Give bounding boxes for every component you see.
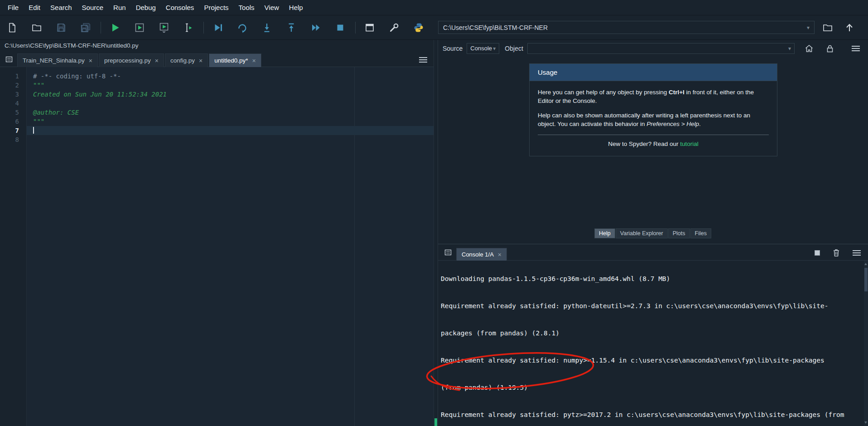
editor-tab-train-ner-sinhala[interactable]: Train_NER_Sinhala.py × xyxy=(17,53,98,67)
open-file-button[interactable] xyxy=(30,21,43,34)
menu-search[interactable]: Search xyxy=(45,4,77,11)
tab-label: untitled0.py* xyxy=(214,57,248,64)
run-selection-button[interactable] xyxy=(182,21,195,34)
close-icon[interactable]: × xyxy=(498,252,502,258)
run-icon xyxy=(110,22,121,33)
usage-paragraph-1: Here you can get help of any object by p… xyxy=(538,88,769,106)
open-folder-icon xyxy=(31,22,42,33)
console-tab-bar: Console 1/A × xyxy=(438,244,868,261)
code-line xyxy=(33,135,434,144)
debug-step-over-button[interactable] xyxy=(236,21,249,34)
console-line: packages (from pandas) (2.8.1) xyxy=(441,329,864,338)
menu-debug[interactable]: Debug xyxy=(131,4,161,11)
go-up-directory-button[interactable] xyxy=(843,21,856,34)
tools-button[interactable] xyxy=(387,21,401,34)
close-icon[interactable]: × xyxy=(199,58,203,64)
usage-footer: New to Spyder? Read our tutorial xyxy=(538,140,769,150)
editor-options-menu-icon[interactable] xyxy=(419,57,427,63)
menu-view[interactable]: View xyxy=(260,4,284,11)
pane-splitter[interactable] xyxy=(434,418,437,426)
help-lock-button[interactable] xyxy=(826,44,834,53)
code-line: """ xyxy=(33,117,434,126)
code-line: Created on Sun Jun 20 11:52:34 2021 xyxy=(33,90,434,99)
tab-help[interactable]: Help xyxy=(594,228,615,238)
step-into-icon xyxy=(261,22,272,33)
close-icon[interactable]: × xyxy=(252,58,256,64)
scrollbar-thumb[interactable] xyxy=(864,268,868,291)
menu-projects[interactable]: Projects xyxy=(199,4,233,11)
console-options-menu-icon[interactable] xyxy=(853,250,861,256)
python-path-button[interactable] xyxy=(412,21,425,34)
remove-console-button[interactable] xyxy=(832,248,840,257)
close-icon[interactable]: × xyxy=(89,58,92,64)
console-tab[interactable]: Console 1/A × xyxy=(456,248,507,261)
menu-consoles[interactable]: Consoles xyxy=(161,4,199,11)
debug-stop-button[interactable] xyxy=(333,21,347,34)
code-line: """ xyxy=(33,81,434,90)
browse-tabs-icon xyxy=(5,55,13,63)
menu-run[interactable]: Run xyxy=(108,4,131,11)
usage-card-title: Usage xyxy=(529,63,777,81)
scroll-down-icon[interactable] xyxy=(864,421,867,424)
wrench-icon xyxy=(389,22,400,33)
source-select[interactable]: Console ▾ xyxy=(467,43,499,54)
debug-file-button[interactable] xyxy=(211,21,225,34)
run-cell-button[interactable] xyxy=(133,21,146,34)
save-button[interactable] xyxy=(54,21,68,34)
code-editor[interactable]: 1 2 3 4 5 6 7 8 # -*- coding: utf-8 -*- … xyxy=(0,67,434,426)
usage-paragraph-2: Help can also be shown automatically aft… xyxy=(538,111,769,129)
debug-icon xyxy=(212,22,223,33)
maximize-pane-button[interactable] xyxy=(363,21,376,34)
menu-help[interactable]: Help xyxy=(284,4,308,11)
chevron-down-icon[interactable]: ▾ xyxy=(807,24,810,31)
interrupt-kernel-icon[interactable] xyxy=(815,250,820,256)
divider xyxy=(538,135,769,135)
new-file-icon xyxy=(7,22,18,33)
run-file-button[interactable] xyxy=(108,21,122,34)
menu-tools[interactable]: Tools xyxy=(234,4,260,11)
object-combobox[interactable]: ▾ xyxy=(527,43,795,54)
tab-files[interactable]: Files xyxy=(690,228,711,238)
browse-directory-button[interactable] xyxy=(821,21,834,34)
save-icon xyxy=(56,22,67,33)
stop-icon xyxy=(335,22,346,33)
menu-edit[interactable]: Edit xyxy=(24,4,45,11)
run-cell-advance-button[interactable] xyxy=(157,21,171,34)
close-icon[interactable]: × xyxy=(155,58,159,64)
console-output[interactable]: Downloading pandas-1.1.5-cp36-cp36m-win_… xyxy=(438,261,864,426)
editor-tab-untitled0[interactable]: untitled0.py* × xyxy=(209,53,261,67)
editor-tab-preprocessing[interactable]: preprocessing.py × xyxy=(99,53,164,67)
menu-source[interactable]: Source xyxy=(77,4,109,11)
browse-tabs-button[interactable] xyxy=(4,54,14,65)
toolbar-separator xyxy=(355,22,356,34)
debug-continue-button[interactable] xyxy=(309,21,323,34)
spyder-window: File Edit Search Source Run Debug Consol… xyxy=(0,0,868,426)
help-toolbar: Source Console ▾ Object ▾ xyxy=(438,40,868,57)
browse-tabs-button[interactable] xyxy=(443,247,453,258)
help-home-button[interactable] xyxy=(805,44,814,53)
debug-step-into-button[interactable] xyxy=(260,21,274,34)
new-file-button[interactable] xyxy=(5,21,19,34)
editor-tab-bar: Train_NER_Sinhala.py × preprocessing.py … xyxy=(0,52,434,67)
object-label: Object xyxy=(505,45,523,52)
console-scrollbar[interactable] xyxy=(864,261,868,426)
home-icon xyxy=(805,44,814,53)
tab-variable-explorer[interactable]: Variable Explorer xyxy=(616,228,668,238)
menu-bar: File Edit Search Source Run Debug Consol… xyxy=(0,0,868,15)
console-line: Downloading pandas-1.1.5-cp36-cp36m-win_… xyxy=(441,274,864,283)
tutorial-link[interactable]: tutorial xyxy=(680,140,699,147)
editor-tab-config[interactable]: config.py × xyxy=(165,53,208,67)
working-directory-input[interactable]: C:\Users\CSE\fyp\BiLSTM-CRF-NER ▾ xyxy=(438,21,815,34)
tab-plots[interactable]: Plots xyxy=(668,228,690,238)
scroll-up-icon[interactable] xyxy=(864,263,867,265)
folder-icon xyxy=(822,22,833,33)
debug-step-out-button[interactable] xyxy=(285,21,298,34)
help-options-menu-icon[interactable] xyxy=(852,46,860,51)
step-out-icon xyxy=(286,22,297,33)
browse-tabs-icon xyxy=(444,248,452,257)
save-all-button[interactable] xyxy=(79,21,92,34)
toolbar-separator xyxy=(101,22,101,34)
ipython-console-pane: Console 1/A × Downloading pandas-1.1.5-c… xyxy=(438,244,868,426)
menu-file[interactable]: File xyxy=(3,4,24,11)
code-area[interactable]: # -*- coding: utf-8 -*- """ Created on S… xyxy=(26,67,434,426)
